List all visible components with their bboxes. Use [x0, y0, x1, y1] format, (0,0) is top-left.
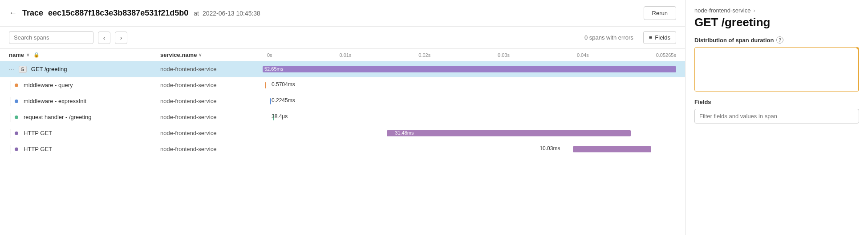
table-row[interactable]: middleware - expressInit node-frontend-s…	[0, 93, 685, 109]
span-name-label: middleware - query	[24, 82, 73, 88]
timeline-track: 0.2245ms	[263, 97, 676, 105]
distribution-chart	[694, 47, 859, 92]
span-timeline-cell: 52.65ms	[263, 64, 676, 74]
timeline-track: 52.65ms	[263, 65, 676, 73]
timeline-ruler: 0s 0.01s 0.02s 0.03s 0.04s 0.05265s	[263, 52, 676, 58]
service-name: node-frontend-service	[694, 7, 750, 14]
trace-label: Trace	[22, 8, 43, 17]
span-name-cell: ··· 5 GET /greeting	[9, 66, 160, 73]
main-panel: ← Trace eec15c887f18c3e3b8387e531f21d5b0…	[0, 0, 685, 235]
span-dot	[15, 147, 18, 151]
timeline-track: 0.5704ms	[263, 81, 676, 89]
span-name-label: HTTP GET	[24, 130, 52, 136]
span-service-cell: node-frontend-service	[160, 130, 263, 136]
back-button[interactable]: ←	[9, 8, 17, 18]
span-dot	[15, 116, 18, 119]
col-timeline-header: 0s 0.01s 0.02s 0.03s 0.04s 0.05265s	[263, 52, 676, 58]
span-badge: 5	[19, 66, 27, 73]
span-timeline-cell: 38.4µs	[263, 112, 676, 122]
header: ← Trace eec15c887f18c3e3b8387e531f21d5b0…	[0, 0, 685, 27]
table-header: name ∨ 🔒 service.name ∨ 0s 0.01s 0.02s 0…	[0, 49, 685, 61]
right-panel: node-frontend-service › GET /greeting Di…	[685, 0, 868, 235]
prev-button[interactable]: ‹	[98, 32, 110, 44]
table-row[interactable]: ··· 5 GET /greeting node-frontend-servic…	[0, 61, 685, 77]
span-name-cell: middleware - expressInit	[9, 97, 160, 106]
timeline-bar	[265, 82, 266, 88]
span-service-cell: node-frontend-service	[160, 66, 263, 72]
vert-line	[11, 97, 11, 106]
span-dot	[15, 131, 18, 135]
duration-label: 52.65ms	[264, 66, 283, 72]
name-sort-icon[interactable]: ∨	[26, 52, 29, 57]
fields-label: Fields	[655, 34, 670, 41]
indent-line	[11, 97, 21, 106]
vert-line	[11, 145, 11, 154]
timeline-bar	[270, 98, 271, 104]
span-timeline-cell: 0.2245ms	[263, 96, 676, 106]
col-name-header[interactable]: name ∨ 🔒	[9, 52, 160, 58]
service-sort-icon[interactable]: ∨	[199, 52, 202, 57]
col-service-header[interactable]: service.name ∨	[160, 52, 263, 58]
span-service-cell: node-frontend-service	[160, 98, 263, 104]
indent-line	[11, 145, 21, 154]
rerun-button[interactable]: Rerun	[644, 6, 676, 20]
span-service-cell: node-frontend-service	[160, 146, 263, 152]
fields-button[interactable]: ≡ Fields	[643, 31, 676, 44]
distribution-title: Distribution of span duration ?	[694, 36, 859, 44]
name-lock-icon: 🔒	[33, 52, 40, 58]
table-row[interactable]: middleware - query node-frontend-service…	[0, 77, 685, 93]
span-name-label: middleware - expressInit	[24, 98, 86, 104]
chart-vertical-line	[858, 48, 859, 91]
vert-line	[11, 81, 11, 90]
duration-label: 0.2245ms	[272, 97, 295, 104]
span-dot	[15, 84, 18, 87]
next-button[interactable]: ›	[115, 32, 127, 44]
span-title: GET /greeting	[694, 16, 859, 29]
timeline-bar	[263, 66, 676, 72]
fields-icon: ≡	[649, 34, 653, 41]
table-row[interactable]: HTTP GET node-frontend-service 31.48ms	[0, 125, 685, 141]
span-name-label: HTTP GET	[24, 146, 52, 152]
span-name-label: request handler - /greeting	[24, 114, 91, 120]
timeline-track: 38.4µs	[263, 113, 676, 121]
span-timeline-cell: 10.03ms	[263, 144, 676, 154]
fields-section-title: Fields	[694, 99, 859, 105]
table-row[interactable]: request handler - /greeting node-fronten…	[0, 109, 685, 125]
timeline-track: 31.48ms	[263, 129, 676, 137]
duration-label: 31.48ms	[395, 130, 414, 135]
chevron-right-icon: ›	[753, 8, 755, 14]
duration-label: 10.03ms	[539, 145, 560, 151]
timeline-bar	[387, 130, 631, 136]
timeline-bar	[573, 146, 652, 152]
indent-line	[11, 81, 21, 90]
span-name-cell: request handler - /greeting	[9, 113, 160, 122]
vert-line	[11, 129, 11, 138]
span-service-cell: node-frontend-service	[160, 82, 263, 88]
span-timeline-cell: 31.48ms	[263, 128, 676, 138]
indent-line	[11, 113, 21, 122]
indent-line	[11, 129, 21, 138]
page-title: Trace eec15c887f18c3e3b8387e531f21d5b0	[22, 8, 188, 18]
span-dot	[15, 100, 18, 103]
span-name-cell: HTTP GET	[9, 145, 160, 154]
span-name-label: GET /greeting	[31, 66, 67, 72]
vert-line	[11, 113, 11, 122]
span-service-cell: node-frontend-service	[160, 114, 263, 120]
search-input[interactable]	[9, 31, 93, 44]
dots-icon[interactable]: ···	[9, 66, 14, 73]
errors-count: 0 spans with errors	[584, 34, 633, 41]
filter-fields-input[interactable]	[694, 109, 859, 123]
span-timeline-cell: 0.5704ms	[263, 80, 676, 90]
span-name-cell: middleware - query	[9, 81, 160, 90]
chart-dot	[856, 47, 859, 50]
timeline-track: 10.03ms	[263, 145, 676, 153]
service-breadcrumb: node-frontend-service ›	[694, 7, 859, 14]
span-name-cell: HTTP GET	[9, 129, 160, 138]
toolbar: ‹ › 0 spans with errors ≡ Fields	[0, 27, 685, 49]
duration-label: 38.4µs	[272, 113, 288, 119]
help-icon[interactable]: ?	[776, 36, 783, 44]
table-row[interactable]: HTTP GET node-frontend-service 10.03ms	[0, 141, 685, 157]
trace-timestamp: at 2022-06-13 10:45:38	[194, 10, 260, 17]
duration-label: 0.5704ms	[272, 81, 295, 88]
trace-id: eec15c887f18c3e3b8387e531f21d5b0	[48, 8, 188, 17]
